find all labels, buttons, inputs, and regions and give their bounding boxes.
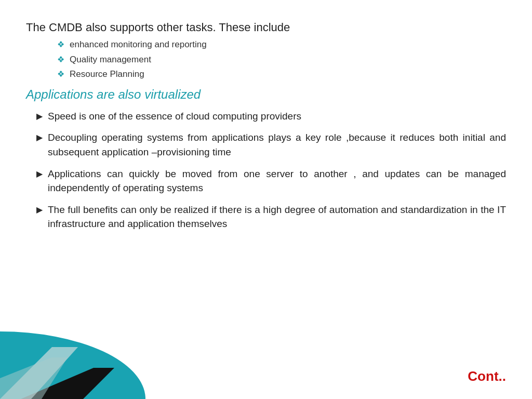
bottom-decoration bbox=[0, 316, 166, 399]
list-item: ▶ Speed is one of the essence of cloud c… bbox=[36, 109, 506, 124]
intro-text: The CMDB also supports other tasks. Thes… bbox=[26, 21, 506, 34]
arrow-icon: ▶ bbox=[36, 111, 43, 121]
arrow-text-1: Speed is one of the essence of cloud com… bbox=[48, 109, 506, 124]
arrow-text-3: Applications can quickly be moved from o… bbox=[48, 167, 506, 195]
arrow-list: ▶ Speed is one of the essence of cloud c… bbox=[36, 109, 506, 231]
bullet-text-3: Resource Planning bbox=[70, 68, 506, 81]
list-item: ❖ Resource Planning bbox=[57, 68, 506, 81]
diamond-icon: ❖ bbox=[57, 69, 64, 79]
bullet-list: ❖ enhanced monitoring and reporting ❖ Qu… bbox=[57, 38, 506, 81]
diamond-icon: ❖ bbox=[57, 55, 64, 64]
bullet-text-2: Quality management bbox=[70, 54, 506, 66]
list-item: ❖ Quality management bbox=[57, 54, 506, 66]
list-item: ▶ Decoupling operating systems from appl… bbox=[36, 130, 506, 159]
arrow-text-4: The full benefits can only be realized i… bbox=[48, 203, 506, 231]
arrow-icon: ▶ bbox=[36, 132, 43, 142]
arrow-icon: ▶ bbox=[36, 169, 43, 179]
arrow-icon: ▶ bbox=[36, 205, 43, 215]
list-item: ▶ The full benefits can only be realized… bbox=[36, 203, 506, 231]
bullet-text-1: enhanced monitoring and reporting bbox=[70, 38, 506, 51]
slide-content: The CMDB also supports other tasks. Thes… bbox=[0, 0, 532, 249]
arrow-text-2: Decoupling operating systems from applic… bbox=[48, 130, 506, 159]
list-item: ❖ enhanced monitoring and reporting bbox=[57, 38, 506, 51]
cont-label: Cont.. bbox=[468, 368, 506, 384]
diamond-icon: ❖ bbox=[57, 39, 64, 49]
section-heading: Applications are also virtualized bbox=[26, 87, 506, 102]
list-item: ▶ Applications can quickly be moved from… bbox=[36, 167, 506, 195]
